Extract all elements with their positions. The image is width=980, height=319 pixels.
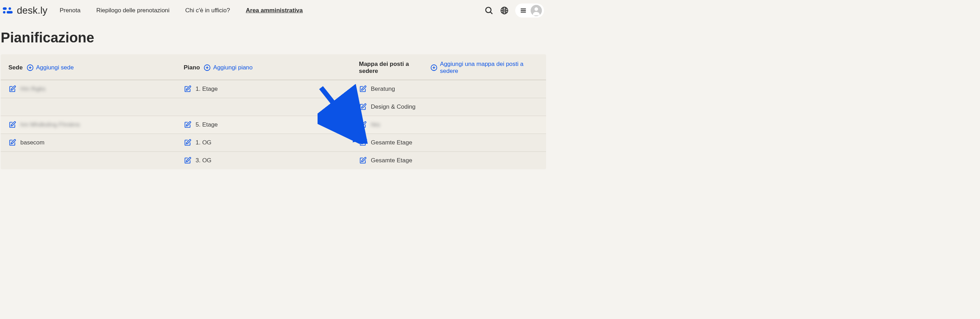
logo[interactable]: desk.ly bbox=[3, 5, 47, 16]
plus-circle-icon bbox=[430, 64, 438, 72]
add-sede-button[interactable]: Aggiungi sede bbox=[26, 64, 74, 72]
plus-circle-icon bbox=[203, 64, 211, 72]
piano-cell bbox=[176, 98, 351, 116]
edit-icon[interactable] bbox=[359, 85, 367, 93]
sede-text: Hm fhgks bbox=[20, 86, 46, 93]
mappa-text: hks bbox=[371, 121, 380, 128]
edit-icon[interactable] bbox=[359, 121, 367, 129]
piano-cell: 1. Etage bbox=[176, 80, 351, 98]
main-nav: Prenota Riepilogo delle prenotazioni Chi… bbox=[60, 7, 303, 14]
add-sede-label: Aggiungi sede bbox=[36, 64, 74, 71]
edit-icon[interactable] bbox=[184, 139, 191, 147]
mappa-cell: hks bbox=[351, 116, 546, 134]
nav-summary[interactable]: Riepilogo delle prenotazioni bbox=[96, 7, 170, 14]
sede-label: Sede bbox=[8, 64, 23, 71]
search-icon[interactable] bbox=[484, 6, 493, 15]
sede-cell: hm Mhdksling Fhrskns bbox=[1, 116, 176, 134]
edit-icon[interactable] bbox=[359, 103, 367, 111]
sede-cell: basecom bbox=[1, 134, 176, 152]
add-piano-label: Aggiungi piano bbox=[213, 64, 252, 71]
table-row: 3. OG Gesamte Etage bbox=[1, 152, 546, 169]
edit-icon[interactable] bbox=[184, 157, 191, 164]
col-header-piano: Piano Aggiungi piano bbox=[184, 61, 359, 75]
mappa-text: Design & Coding bbox=[371, 104, 416, 110]
logo-mark-icon bbox=[3, 6, 15, 15]
mappa-text: Gesamte Etage bbox=[371, 157, 412, 164]
sede-cell bbox=[1, 98, 176, 116]
logo-text: desk.ly bbox=[17, 5, 47, 16]
sede-cell: Hm fhgks bbox=[1, 80, 176, 98]
rows-container: Hm fhgks 1. Etage Beratung Design & Codi… bbox=[1, 80, 546, 169]
panel-header: Sede Aggiungi sede Piano bbox=[1, 54, 546, 80]
piano-text: 3. OG bbox=[196, 157, 212, 164]
avatar[interactable] bbox=[531, 5, 542, 16]
table-row: basecom 1. OG Gesamte Etage bbox=[1, 134, 546, 152]
mappa-cell: Design & Coding bbox=[351, 98, 546, 116]
app-header: desk.ly Prenota Riepilogo delle prenotaz… bbox=[0, 0, 547, 21]
piano-text: 5. Etage bbox=[196, 121, 218, 128]
sede-text: hm Mhdksling Fhrskns bbox=[20, 121, 80, 128]
sede-cell bbox=[1, 152, 176, 169]
header-right bbox=[484, 3, 544, 18]
add-mappa-label: Aggiungi una mappa dei posti a sedere bbox=[440, 61, 538, 75]
edit-icon[interactable] bbox=[8, 85, 16, 93]
svg-rect-0 bbox=[3, 7, 7, 10]
table-row: Design & Coding bbox=[1, 98, 546, 116]
svg-point-4 bbox=[486, 7, 491, 13]
col-header-mappa: Mappa dei posti a sedere Aggiungi una ma… bbox=[359, 61, 538, 75]
nav-book[interactable]: Prenota bbox=[60, 7, 81, 14]
edit-icon[interactable] bbox=[359, 157, 367, 164]
mappa-cell: Beratung bbox=[351, 80, 546, 98]
svg-line-5 bbox=[490, 12, 492, 14]
svg-rect-3 bbox=[7, 11, 13, 14]
edit-icon[interactable] bbox=[184, 121, 191, 129]
nav-who[interactable]: Chi c'è in ufficio? bbox=[185, 7, 230, 14]
nav-admin[interactable]: Area amministrativa bbox=[246, 7, 303, 14]
edit-icon[interactable] bbox=[359, 139, 367, 147]
piano-cell: 3. OG bbox=[176, 152, 351, 169]
piano-cell: 1. OG bbox=[176, 134, 351, 152]
mappa-cell: Gesamte Etage bbox=[351, 134, 546, 152]
svg-point-13 bbox=[535, 7, 538, 11]
page-title: Pianificazione bbox=[1, 30, 547, 46]
svg-point-1 bbox=[9, 7, 11, 10]
table-row: hm Mhdksling Fhrskns 5. Etage hks bbox=[1, 116, 546, 134]
mappa-cell: Gesamte Etage bbox=[351, 152, 546, 169]
plus-circle-icon bbox=[26, 64, 34, 72]
menu-icon[interactable] bbox=[519, 6, 527, 14]
plan-panel: Sede Aggiungi sede Piano bbox=[1, 54, 546, 169]
edit-icon[interactable] bbox=[8, 139, 16, 147]
svg-point-2 bbox=[3, 11, 6, 14]
globe-icon[interactable] bbox=[500, 6, 509, 15]
edit-icon[interactable] bbox=[184, 85, 191, 93]
edit-icon[interactable] bbox=[8, 121, 16, 129]
piano-text: 1. Etage bbox=[196, 86, 218, 93]
content-wrap: Sede Aggiungi sede Piano bbox=[0, 54, 547, 169]
col-header-sede: Sede Aggiungi sede bbox=[8, 61, 184, 75]
piano-cell: 5. Etage bbox=[176, 116, 351, 134]
piano-text: 1. OG bbox=[196, 139, 212, 146]
profile-pill[interactable] bbox=[515, 3, 544, 18]
table-row: Hm fhgks 1. Etage Beratung bbox=[1, 80, 546, 98]
mappa-text: Beratung bbox=[371, 86, 395, 93]
add-piano-button[interactable]: Aggiungi piano bbox=[203, 64, 252, 72]
mappa-text: Gesamte Etage bbox=[371, 139, 412, 146]
add-mappa-button[interactable]: Aggiungi una mappa dei posti a sedere bbox=[430, 61, 538, 75]
sede-text: basecom bbox=[20, 139, 45, 146]
piano-label: Piano bbox=[184, 64, 200, 71]
mappa-label: Mappa dei posti a sedere bbox=[359, 61, 426, 75]
